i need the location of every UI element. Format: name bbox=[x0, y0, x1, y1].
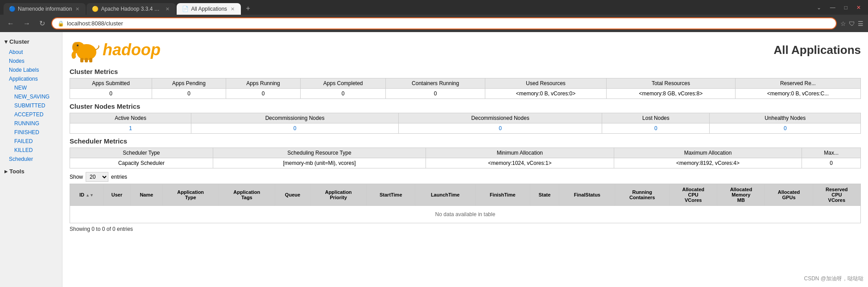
sidebar-item-new-saving[interactable]: NEW_SAVING bbox=[0, 92, 62, 101]
app-header-alloc-gpus: AllocatedGPUs bbox=[765, 184, 813, 206]
cn-val-active: 1 bbox=[70, 123, 191, 134]
app-header-finishtime: FinishTime bbox=[475, 184, 530, 206]
cn-header-active: Active Nodes bbox=[70, 113, 191, 123]
sidebar-item-failed[interactable]: FAILED bbox=[0, 137, 62, 146]
sm-header-min: Minimum Allocation bbox=[426, 148, 614, 158]
cluster-arrow-icon: ▾ bbox=[4, 38, 8, 45]
cm-header-containers: Containers Running bbox=[386, 78, 485, 89]
cn-link-decommissioning[interactable]: 0 bbox=[293, 125, 297, 131]
maximize-button[interactable]: □ bbox=[841, 4, 851, 12]
refresh-button[interactable]: ↻ bbox=[37, 18, 48, 29]
app-header-user: User bbox=[103, 184, 130, 206]
sidebar-item-about[interactable]: About bbox=[0, 48, 62, 57]
tab-overflow-button[interactable]: ⌄ bbox=[813, 4, 825, 12]
tab-allapps[interactable]: 📄 All Applications ✕ bbox=[177, 3, 241, 15]
tab-bar: 🔵 Namenode information ✕ 🟡 Apache Hadoop… bbox=[0, 0, 868, 15]
cm-header-submitted: Apps Submitted bbox=[70, 78, 152, 89]
cm-val-running: 0 bbox=[226, 89, 300, 99]
sort-icon-id: ▲▼ bbox=[86, 193, 94, 197]
sidebar-item-applications[interactable]: Applications bbox=[0, 74, 62, 83]
tab-close-namenode[interactable]: ✕ bbox=[74, 6, 80, 12]
menu-button[interactable]: ☰ bbox=[858, 20, 864, 27]
svg-rect-4 bbox=[80, 58, 83, 62]
cluster-toggle[interactable]: ▾ Cluster bbox=[0, 36, 62, 48]
new-tab-button[interactable]: + bbox=[242, 2, 254, 15]
hadoop-elephant-svg bbox=[70, 37, 101, 63]
shield-button[interactable]: 🛡 bbox=[849, 20, 855, 27]
tab-favicon-hadoop: 🟡 bbox=[92, 6, 98, 12]
app-header-launchtime: LaunchTime bbox=[415, 184, 475, 206]
cn-header-lost: Lost Nodes bbox=[602, 113, 710, 123]
address-lock-icon: 🔒 bbox=[58, 20, 64, 27]
cn-link-lost[interactable]: 0 bbox=[654, 125, 657, 131]
forward-button[interactable]: → bbox=[21, 19, 33, 29]
app-header-app-priority: ApplicationPriority bbox=[310, 184, 367, 206]
cn-val-decommissioning: 0 bbox=[191, 123, 399, 134]
tab-hadoop[interactable]: 🟡 Apache Hadoop 3.3.4 – H... ✕ bbox=[87, 3, 176, 15]
back-button[interactable]: ← bbox=[4, 19, 17, 29]
bookmark-button[interactable]: ☆ bbox=[840, 20, 846, 27]
sm-header-type: Scheduler Type bbox=[70, 148, 213, 158]
cn-link-decommissioned[interactable]: 0 bbox=[499, 125, 502, 131]
cn-link-active[interactable]: 1 bbox=[129, 125, 132, 131]
cn-header-decommissioned: Decommissioned Nodes bbox=[398, 113, 602, 123]
entries-label: entries bbox=[111, 174, 127, 180]
show-label: Show bbox=[70, 174, 83, 180]
sidebar-item-running[interactable]: RUNNING bbox=[0, 119, 62, 128]
tab-namenode[interactable]: 🔵 Namenode information ✕ bbox=[4, 3, 86, 15]
address-input[interactable] bbox=[67, 20, 831, 27]
cm-header-completed: Apps Completed bbox=[301, 78, 386, 89]
cluster-nodes-title: Cluster Nodes Metrics bbox=[70, 102, 861, 110]
app-header-running-containers: RunningContainers bbox=[615, 184, 670, 206]
show-entries-row: Show 10 20 25 50 100 entries bbox=[70, 172, 861, 182]
svg-rect-6 bbox=[89, 58, 92, 62]
sidebar: ▾ Cluster About Nodes Node Labels Applic… bbox=[0, 32, 62, 287]
sidebar-item-accepted[interactable]: ACCEPTED bbox=[0, 110, 62, 119]
cluster-nodes-table: Active Nodes Decommissioning Nodes Decom… bbox=[70, 113, 861, 134]
tab-close-allapps[interactable]: ✕ bbox=[230, 6, 236, 12]
cm-val-submitted: 0 bbox=[70, 89, 152, 99]
sm-val-type: Capacity Scheduler bbox=[70, 158, 213, 168]
app-header-name: Name bbox=[131, 184, 162, 206]
svg-point-3 bbox=[77, 45, 79, 46]
scheduler-metrics-table: Scheduler Type Scheduling Resource Type … bbox=[70, 148, 861, 168]
sidebar-item-killed[interactable]: KILLED bbox=[0, 146, 62, 155]
sidebar-item-nodes[interactable]: Nodes bbox=[0, 57, 62, 66]
close-button[interactable]: ✕ bbox=[853, 4, 864, 12]
sidebar-item-submitted[interactable]: SUBMITTED bbox=[0, 101, 62, 110]
app-header-queue: Queue bbox=[275, 184, 310, 206]
cluster-label: Cluster bbox=[9, 38, 29, 45]
sm-header-max2: Max... bbox=[802, 148, 861, 158]
cluster-metrics-title: Cluster Metrics bbox=[70, 68, 861, 75]
tools-label: Tools bbox=[9, 168, 25, 175]
showing-text: Showing 0 to 0 of 0 entries bbox=[70, 226, 861, 232]
cluster-section: ▾ Cluster About Nodes Node Labels Applic… bbox=[0, 36, 62, 164]
tab-close-hadoop[interactable]: ✕ bbox=[165, 6, 170, 12]
sm-val-min: <memory:1024, vCores:1> bbox=[426, 158, 614, 168]
app-header-id: ID ▲▼ bbox=[70, 184, 103, 206]
tab-title-allapps: All Applications bbox=[191, 6, 227, 12]
cn-link-unhealthy[interactable]: 0 bbox=[784, 125, 787, 131]
sidebar-item-node-labels[interactable]: Node Labels bbox=[0, 66, 62, 74]
watermark: CSDN @加油呀，哒哒哒 bbox=[804, 275, 864, 283]
tools-toggle[interactable]: ▸ Tools bbox=[0, 165, 62, 177]
address-bar: ← → ↻ 🔒 ☆ 🛡 ☰ bbox=[0, 15, 868, 32]
entries-select[interactable]: 10 20 25 50 100 bbox=[86, 172, 108, 182]
scheduler-metrics-row: Capacity Scheduler [memory-mb (unit=Mi),… bbox=[70, 158, 861, 168]
app-header-reserved-cpu: ReservedCPUVCores bbox=[813, 184, 860, 206]
cn-val-unhealthy: 0 bbox=[710, 123, 861, 134]
no-data-message: No data available in table bbox=[70, 206, 861, 223]
app-header-app-type: ApplicationType bbox=[162, 184, 219, 206]
cn-header-unhealthy: Unhealthy Nodes bbox=[710, 113, 861, 123]
page-header: hadoop All Applications bbox=[70, 37, 861, 63]
tabs-container: 🔵 Namenode information ✕ 🟡 Apache Hadoop… bbox=[4, 2, 813, 15]
cm-header-used: Used Resources bbox=[485, 78, 606, 89]
browser-chrome: 🔵 Namenode information ✕ 🟡 Apache Hadoop… bbox=[0, 0, 868, 32]
minimize-button[interactable]: — bbox=[827, 4, 839, 12]
sidebar-item-scheduler[interactable]: Scheduler bbox=[0, 155, 62, 164]
sidebar-item-new[interactable]: NEW bbox=[0, 83, 62, 92]
svg-point-2 bbox=[72, 42, 79, 51]
sm-header-max: Maximum Allocation bbox=[614, 148, 802, 158]
app-header-alloc-mem: AllocatedMemoryMB bbox=[717, 184, 765, 206]
sidebar-item-finished[interactable]: FINISHED bbox=[0, 128, 62, 137]
